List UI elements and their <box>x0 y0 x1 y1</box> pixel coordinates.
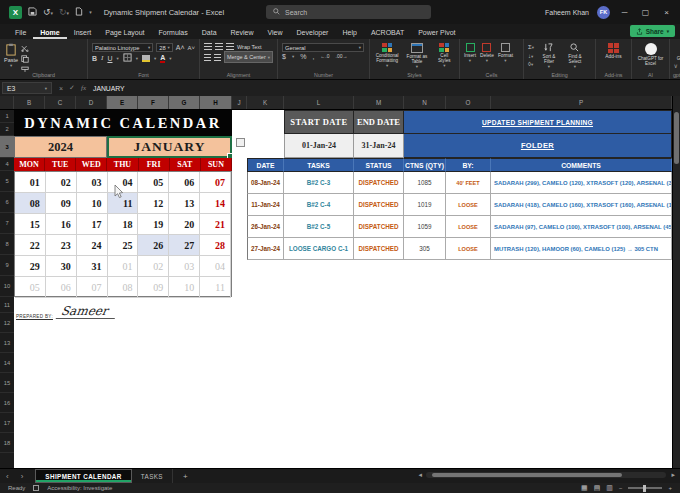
align-center-icon[interactable] <box>214 54 221 61</box>
increase-font-icon[interactable]: A˄ <box>176 44 185 51</box>
shipment-cell-comments[interactable]: SADARAH (97), CAMELO (100), XTRASOFT (10… <box>491 216 672 238</box>
borders-icon[interactable] <box>123 53 132 63</box>
calendar-day-cell[interactable]: 24 <box>77 235 108 256</box>
shipment-cell-status[interactable]: DISPATCHED <box>354 172 404 194</box>
row-header-4[interactable]: 4 <box>0 158 14 171</box>
menu-tab-help[interactable]: Help <box>335 27 363 39</box>
normal-view-icon[interactable]: ▦ <box>581 484 588 492</box>
undo-icon[interactable]: ↺▾ <box>43 8 53 17</box>
row-header-7[interactable]: 7 <box>0 213 14 234</box>
calendar-day-cell[interactable]: 03 <box>169 256 200 277</box>
end-date-header[interactable]: END DATE <box>354 110 404 134</box>
menu-tab-review[interactable]: Review <box>224 27 261 39</box>
column-header-O[interactable]: O <box>446 96 491 109</box>
calendar-day-cell[interactable]: 26 <box>138 235 169 256</box>
shipment-planning-banner[interactable]: UPDATED SHIPMENT PLANNING <box>404 110 672 134</box>
fill-color-icon[interactable] <box>142 55 150 62</box>
macro-record-icon[interactable] <box>33 485 39 491</box>
row-header-9[interactable]: 9 <box>0 255 14 276</box>
calendar-day-cell[interactable]: 08 <box>15 193 46 214</box>
column-header-G[interactable]: G <box>169 96 200 109</box>
shipment-cell-task[interactable]: B#2 C-5 <box>284 216 354 238</box>
paste-button[interactable]: Paste▾ <box>4 43 18 69</box>
column-header-C[interactable]: C <box>45 96 76 109</box>
menu-tab-data[interactable]: Data <box>195 27 224 39</box>
shipment-cell-date[interactable]: 08-Jan-24 <box>247 172 284 194</box>
save-icon[interactable] <box>28 7 37 18</box>
calendar-day-cell[interactable]: 08 <box>108 277 139 298</box>
sheet-canvas[interactable]: 123456789101112131415161718 DYNAMIC CALE… <box>0 110 672 468</box>
calendar-day-cell[interactable]: 02 <box>46 172 77 193</box>
calendar-day-cell[interactable]: 31 <box>77 256 108 277</box>
shipment-cell-comments[interactable]: MUTRASH (120), HAMOOR (60), CAMELO (125)… <box>491 238 672 260</box>
column-header-E[interactable]: E <box>107 96 138 109</box>
start-date-value[interactable]: 01-Jan-24 <box>284 134 354 158</box>
format-as-table-button[interactable]: Format as Table▾ <box>404 43 429 70</box>
shipment-cell-task[interactable]: B#2 C-4 <box>284 194 354 216</box>
calendar-day-cell[interactable]: 09 <box>46 193 77 214</box>
calendar-day-cell[interactable]: 19 <box>138 214 169 235</box>
vertical-scroll-thumb[interactable] <box>674 112 679 164</box>
align-left-icon[interactable] <box>204 54 211 61</box>
horizontal-scrollbar[interactable] <box>426 472 666 478</box>
calendar-day-cell[interactable]: 20 <box>169 214 200 235</box>
row-header-11[interactable]: 11 <box>0 297 14 313</box>
column-header-H[interactable]: H <box>200 96 232 109</box>
row-header-16[interactable]: 16 <box>0 393 14 413</box>
accounting-format-icon[interactable]: $ <box>282 53 286 60</box>
fill-icon[interactable]: ↓▾ <box>528 53 534 60</box>
calendar-title[interactable]: DYNAMIC CALENDAR <box>14 110 232 136</box>
select-all-corner[interactable] <box>0 96 14 109</box>
calendar-day-cell[interactable]: 28 <box>200 235 231 256</box>
column-header-N[interactable]: N <box>404 96 446 109</box>
copy-icon[interactable] <box>21 55 29 64</box>
shipment-cell-qty[interactable]: 1019 <box>404 194 446 216</box>
menu-tab-insert[interactable]: Insert <box>67 27 99 39</box>
italic-button[interactable]: I <box>101 55 103 62</box>
add-sheet-button[interactable]: + <box>173 472 198 481</box>
vertical-scrollbar[interactable] <box>672 96 680 468</box>
shipment-cell-by[interactable]: LOOSE <box>446 238 491 260</box>
cell-styles-button[interactable]: Cell Styles▾ <box>434 43 455 69</box>
menu-tab-developer[interactable]: Developer <box>290 27 336 39</box>
align-middle-icon[interactable] <box>215 43 223 50</box>
menu-tab-view[interactable]: View <box>261 27 290 39</box>
row-header-17[interactable]: 17 <box>0 413 14 433</box>
chatgpt-button[interactable]: ChatGPT for Excel <box>636 43 665 66</box>
delete-cells-button[interactable]: Delete▾ <box>480 43 494 64</box>
shipment-header-ctns-qty-[interactable]: CTNS (QTY) <box>404 158 446 172</box>
calendar-day-cell[interactable]: 25 <box>108 235 139 256</box>
font-name-select[interactable]: Palatino Linotype▾ <box>92 43 153 52</box>
shipment-cell-date[interactable]: 11-Jan-24 <box>247 194 284 216</box>
calendar-day-cell[interactable]: 12 <box>138 193 169 214</box>
sheet-tab-shipment-calendar[interactable]: SHIPMENT CALENDAR <box>35 469 131 483</box>
shipment-header-date[interactable]: DATE <box>247 158 284 172</box>
row-header-10[interactable]: 10 <box>0 276 14 297</box>
menu-tab-acrobat[interactable]: ACROBAT <box>364 27 411 39</box>
page-break-view-icon[interactable]: ▥ <box>606 484 613 492</box>
user-avatar[interactable]: FK <box>597 6 610 19</box>
sort-filter-button[interactable]: Sort & Filter▾ <box>538 43 560 70</box>
zoom-in-icon[interactable]: + <box>668 485 672 491</box>
comma-style-icon[interactable]: , <box>312 53 314 60</box>
shipment-cell-by[interactable]: LOOSE <box>446 216 491 238</box>
shipment-cell-comments[interactable]: SADARAH (299), CAMELO (120), XTRASOFT (1… <box>491 172 672 194</box>
calendar-day-cell[interactable]: 16 <box>46 214 77 235</box>
maximize-button[interactable]: ▢ <box>639 8 652 17</box>
calendar-day-cell[interactable]: 10 <box>77 193 108 214</box>
font-size-select[interactable]: 28▾ <box>156 43 172 52</box>
column-header-M[interactable]: M <box>354 96 404 109</box>
menu-tab-file[interactable]: File <box>8 27 33 39</box>
calendar-day-cell[interactable]: 02 <box>138 256 169 277</box>
calendar-day-cell[interactable]: 09 <box>138 277 169 298</box>
column-header-J[interactable]: J <box>232 96 247 109</box>
shipment-cell-by[interactable]: LOOSE <box>446 194 491 216</box>
horizontal-scroll-thumb[interactable] <box>432 473 622 477</box>
calendar-day-cell[interactable]: 17 <box>77 214 108 235</box>
shipment-cell-qty[interactable]: 305 <box>404 238 446 260</box>
calendar-day-cell[interactable]: 06 <box>46 277 77 298</box>
zoom-slider-knob[interactable] <box>643 485 646 492</box>
zoom-out-icon[interactable]: − <box>619 485 623 491</box>
wrap-text-button[interactable]: Wrap Text <box>237 44 262 50</box>
calendar-day-cell[interactable]: 03 <box>77 172 108 193</box>
